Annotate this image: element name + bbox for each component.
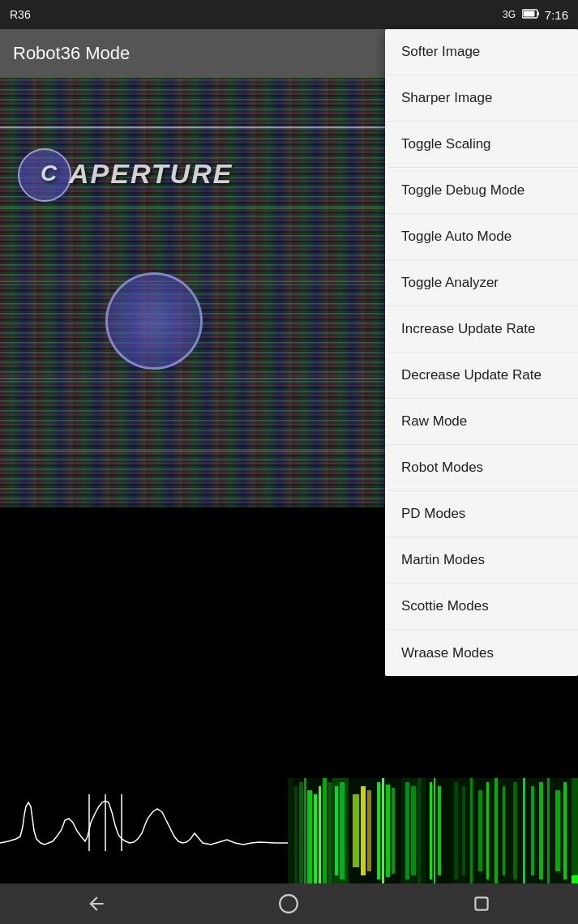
scan-line-4 — [0, 378, 389, 379]
menu-item-decrease-update-rate[interactable]: Decrease Update Rate — [385, 353, 578, 399]
svg-rect-32 — [405, 782, 409, 879]
scan-line-3 — [0, 280, 389, 282]
scan-line — [0, 126, 389, 128]
svg-rect-33 — [411, 786, 416, 875]
svg-rect-34 — [417, 778, 421, 883]
waveform-svg — [0, 778, 288, 883]
battery-icon — [522, 9, 540, 21]
home-button[interactable] — [268, 888, 309, 920]
recents-button[interactable] — [461, 888, 502, 920]
home-icon — [278, 893, 299, 914]
svg-rect-19 — [323, 778, 327, 883]
circle-emblem — [105, 272, 203, 370]
status-bar-right: 3G 7:16 — [503, 8, 568, 22]
svg-text:C: C — [41, 160, 58, 186]
svg-rect-51 — [555, 790, 560, 871]
svg-rect-45 — [503, 786, 505, 875]
image-logo-text: C APERTURE — [16, 143, 276, 216]
svg-rect-53 — [572, 778, 578, 883]
svg-rect-17 — [314, 794, 317, 883]
menu-item-scottie-modes[interactable]: Scottie Modes — [385, 584, 578, 630]
menu-item-toggle-analyzer[interactable]: Toggle Analyzer — [385, 260, 578, 306]
menu-item-robot-modes[interactable]: Robot Modes — [385, 445, 578, 491]
app-name-status: R36 — [10, 8, 31, 21]
svg-rect-7 — [0, 778, 288, 883]
svg-rect-27 — [377, 782, 380, 879]
svg-rect-24 — [353, 794, 359, 867]
svg-rect-36 — [434, 778, 435, 883]
svg-rect-12 — [288, 778, 293, 883]
nav-bar — [0, 883, 578, 924]
menu-item-wraase-modes[interactable]: Wraase Modes — [385, 630, 578, 676]
svg-rect-29 — [386, 785, 390, 877]
svg-rect-52 — [563, 782, 567, 879]
svg-rect-30 — [392, 788, 395, 874]
app-title: Robot36 Mode — [13, 43, 130, 64]
svg-rect-39 — [454, 782, 458, 879]
svg-rect-56 — [476, 897, 488, 909]
menu-item-increase-update-rate[interactable]: Increase Update Rate — [385, 306, 578, 353]
spectrogram-display — [288, 778, 578, 883]
svg-rect-47 — [523, 778, 525, 883]
svg-rect-15 — [304, 778, 306, 883]
menu-item-toggle-debug-mode[interactable]: Toggle Debug Mode — [385, 168, 578, 214]
svg-rect-49 — [539, 782, 543, 879]
menu-item-softer-image[interactable]: Softer Image — [385, 29, 578, 75]
svg-rect-18 — [319, 786, 321, 883]
status-bar: R36 3G 7:16 — [0, 0, 578, 29]
svg-rect-41 — [470, 778, 473, 883]
dropdown-menu: Softer Image Sharper Image Toggle Scalin… — [385, 29, 578, 676]
signal-icon: 3G — [503, 8, 517, 22]
spectrogram-svg — [288, 778, 578, 883]
svg-rect-40 — [462, 786, 465, 875]
back-icon — [86, 893, 107, 914]
svg-rect-42 — [478, 790, 482, 871]
svg-rect-3 — [523, 11, 534, 16]
svg-rect-35 — [430, 782, 432, 879]
svg-rect-22 — [335, 786, 338, 875]
menu-item-pd-modes[interactable]: PD Modes — [385, 491, 578, 537]
svg-text:APERTURE: APERTURE — [68, 158, 233, 189]
sstv-image: C APERTURE — [0, 78, 389, 507]
menu-item-martin-modes[interactable]: Martin Modes — [385, 537, 578, 584]
menu-item-toggle-scaling[interactable]: Toggle Scaling — [385, 122, 578, 168]
svg-rect-20 — [328, 782, 332, 883]
menu-item-sharper-image[interactable]: Sharper Image — [385, 75, 578, 122]
svg-rect-13 — [294, 786, 298, 883]
svg-rect-50 — [547, 778, 550, 883]
back-button[interactable] — [76, 888, 117, 920]
svg-rect-46 — [513, 782, 517, 879]
waveform-area — [0, 778, 578, 883]
menu-item-toggle-auto-mode[interactable]: Toggle Auto Mode — [385, 214, 578, 260]
time-display: 7:16 — [545, 8, 568, 22]
sstv-image-area: C APERTURE — [0, 78, 389, 507]
svg-rect-23 — [340, 782, 345, 879]
svg-rect-54 — [572, 875, 578, 883]
svg-rect-37 — [438, 786, 441, 875]
waveform-display — [0, 778, 288, 883]
svg-rect-44 — [495, 778, 498, 883]
svg-rect-26 — [367, 790, 371, 871]
svg-rect-25 — [361, 786, 366, 875]
svg-rect-28 — [382, 778, 384, 883]
svg-text:3G: 3G — [503, 9, 516, 19]
recents-icon — [471, 893, 492, 914]
svg-rect-16 — [307, 790, 312, 883]
svg-rect-48 — [531, 786, 534, 875]
svg-rect-14 — [299, 782, 303, 883]
menu-item-raw-mode[interactable]: Raw Mode — [385, 399, 578, 445]
svg-rect-2 — [537, 12, 539, 15]
svg-point-55 — [280, 895, 298, 913]
svg-rect-43 — [486, 782, 489, 879]
scan-line-5 — [0, 451, 389, 452]
